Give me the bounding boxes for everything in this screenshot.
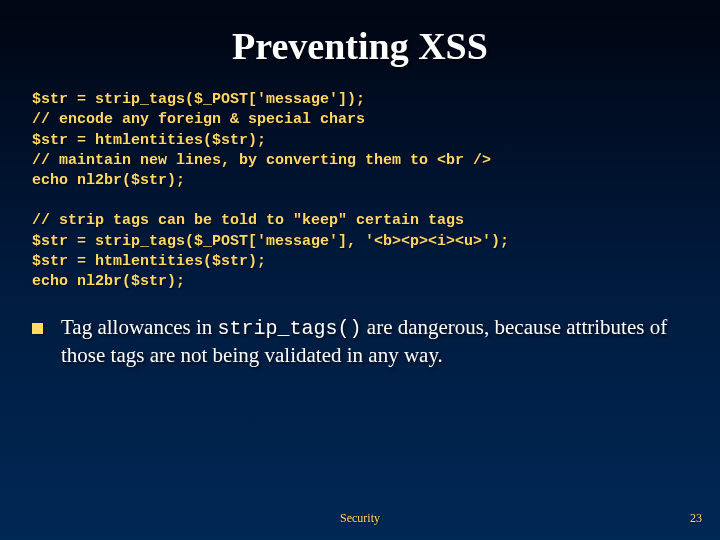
code-block-2: // strip tags can be told to "keep" cert… (0, 211, 720, 292)
code-line: $str = strip_tags($_POST['message']); (32, 91, 365, 108)
slide-title: Preventing XSS (0, 0, 720, 90)
code-line: $str = htmlentities($str); (32, 132, 266, 149)
code-line: // encode any foreign & special chars (32, 111, 365, 128)
code-line: echo nl2br($str); (32, 273, 185, 290)
bullet-text: Tag allowances in strip_tags() are dange… (61, 314, 672, 369)
code-block-1: $str = strip_tags($_POST['message']); //… (0, 90, 720, 191)
bullet-text-pre: Tag allowances in (61, 315, 218, 339)
footer-label: Security (0, 511, 720, 526)
code-line: echo nl2br($str); (32, 172, 185, 189)
code-line: // maintain new lines, by converting the… (32, 152, 491, 169)
bullet-text-mono: strip_tags() (218, 317, 362, 340)
page-number: 23 (690, 511, 702, 526)
code-line: $str = htmlentities($str); (32, 253, 266, 270)
code-line: // strip tags can be told to "keep" cert… (32, 212, 464, 229)
bullet-item: Tag allowances in strip_tags() are dange… (0, 314, 720, 369)
code-line: $str = strip_tags($_POST['message'], '<b… (32, 233, 509, 250)
bullet-square-icon (32, 323, 43, 334)
